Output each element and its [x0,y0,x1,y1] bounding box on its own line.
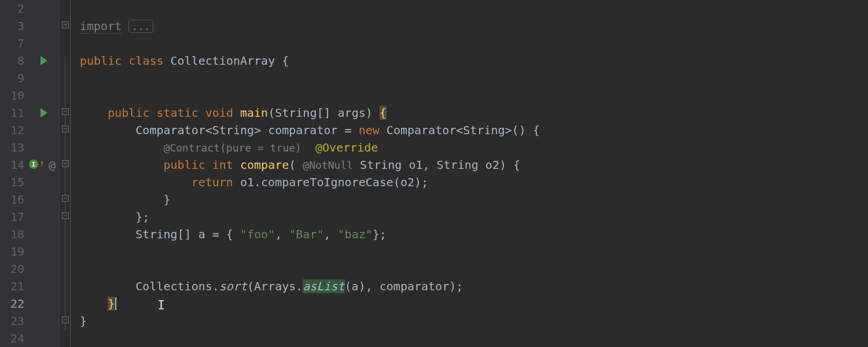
line-number: 17 [0,208,60,226]
code-line[interactable]: import ... [80,17,868,35]
brace: { [282,54,289,68]
annotation-icon[interactable]: @ [49,158,56,172]
line-number: 7 [0,35,60,52]
fold-collapse-icon[interactable]: − [62,108,69,115]
line-number: 23 [0,312,60,330]
fold-guide [65,57,65,330]
gutter: 2 3 7 8 9 10 11 12 13 14 I ↑ @ 15 16 17 … [0,0,60,347]
code-line[interactable] [80,260,868,278]
line-number: 15 [0,174,60,191]
code-line[interactable]: Collections.sort(Arrays.asList(a), compa… [80,278,868,295]
code-line[interactable]: }; [80,208,868,226]
line-number: 11 [0,104,60,121]
string: "baz" [338,227,373,241]
code-area[interactable]: import ... public class CollectionArray … [71,0,868,347]
code-editor[interactable]: 2 3 7 8 9 10 11 12 13 14 I ↑ @ 15 16 17 … [0,0,868,347]
line-number: 24 [0,330,60,347]
expression: String[] a = { [135,227,233,241]
method-name: compare [240,158,289,172]
brace: }; [135,210,149,224]
params: String o1, String o2) { [360,158,520,172]
code-line[interactable] [80,69,868,87]
brace: }; [373,227,387,241]
string: "Bar" [289,227,323,241]
identifier: Collections. [135,279,219,293]
expression: o1.compareToIgnoreCase(o2); [240,175,428,189]
folded-region[interactable]: ... [128,20,153,33]
line-number: 18 [0,226,60,243]
line-number: 16 [0,191,60,208]
code-line[interactable]: } [80,312,868,330]
static-method-highlight: asList [303,279,344,293]
params: (String[] args) [268,106,373,120]
brace: } [164,193,171,206]
identifier: comparator [268,123,337,137]
fold-collapse-icon[interactable]: − [62,125,69,132]
op: = [345,123,352,137]
type: Comparator<String> [135,123,261,137]
annotation: @Override [315,141,378,154]
line-number: 8 [0,52,60,69]
fold-collapse-icon[interactable]: − [62,160,69,167]
string: "foo" [240,227,275,241]
brace-highlight: } [108,297,115,311]
fold-collapse-icon[interactable]: − [62,195,69,202]
static-method: sort [219,279,247,293]
code-line[interactable] [80,35,868,52]
code-line[interactable]: return o1.compareToIgnoreCase(o2); [80,174,868,191]
code-line[interactable]: } [80,191,868,208]
run-icon[interactable] [41,56,47,65]
line-number: 21 [0,278,60,295]
brace-highlight: { [380,106,387,120]
override-up-arrow-icon[interactable]: ↑ [39,158,45,168]
line-number: 19 [0,243,60,260]
class-name: CollectionArray [171,54,275,68]
keyword: int [212,158,233,172]
annotation-hint: @Contract(pure = true) [164,142,301,154]
text-cursor-icon: 𝙸 [157,298,165,312]
code-line[interactable]: @Contract(pure = true) @Override [80,139,868,156]
code-line[interactable] [80,243,868,260]
annotation-hint: @NotNull [303,159,353,171]
line-number: 10 [0,87,60,104]
expression: (a), comparator); [345,279,464,293]
code-line[interactable]: public int compare( @NotNull String o1, … [80,156,868,174]
type: Comparator<String>() { [387,123,540,137]
fold-collapse-icon[interactable]: − [62,316,69,323]
line-number: 20 [0,260,60,278]
keyword: class [128,54,163,68]
code-line[interactable] [80,330,868,347]
line-number: 12 [0,121,60,139]
fold-expand-icon[interactable]: + [62,21,69,28]
code-line[interactable] [80,0,868,17]
keyword: public [80,54,122,68]
keyword: new [359,123,380,137]
implements-icon[interactable]: I [29,160,38,169]
code-line[interactable]: public class CollectionArray { [80,52,868,69]
run-icon[interactable] [41,108,47,117]
paren: ( [289,158,296,172]
fold-collapse-icon[interactable]: − [62,212,69,219]
keyword: void [205,106,233,120]
line-number: 3 [0,17,60,35]
brace: } [80,314,87,328]
code-line[interactable]: Comparator<String> comparator = new Comp… [80,121,868,139]
line-number: 14 I ↑ @ [0,156,60,174]
code-line[interactable]: String[] a = { "foo", "Bar", "baz"}; [80,226,868,243]
keyword: static [156,106,198,120]
code-line[interactable]: public static void main(String[] args) { [80,104,868,121]
keyword-import: import [80,19,122,34]
keyword: public [164,158,205,172]
line-number: 9 [0,69,60,87]
identifier: (Arrays. [247,279,303,293]
line-number: 2 [0,0,60,17]
keyword: public [108,106,149,120]
code-line[interactable] [80,87,868,104]
line-number: 13 [0,139,60,156]
method-name: main [240,106,268,120]
keyword: return [192,175,233,189]
caret [115,297,116,310]
fold-bar: + − − − − − − [60,0,71,347]
code-line[interactable]: } [80,295,868,312]
line-number-current: 22 [0,295,60,312]
